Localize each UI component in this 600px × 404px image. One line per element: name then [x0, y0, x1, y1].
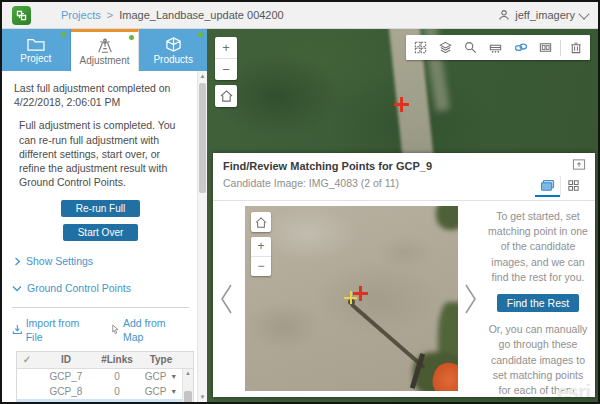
gcp-table-header: ✓ ID #Links Type — [17, 352, 193, 369]
panel-scrollbar[interactable]: ▲ ▼ — [197, 71, 207, 402]
search-button[interactable] — [458, 35, 483, 60]
single-image-view-button[interactable] — [535, 176, 560, 197]
zoom-out-button[interactable]: − — [215, 59, 237, 80]
map-zoom-controls: + − — [215, 37, 237, 80]
panel-header: Find/Review Matching Points for GCP_9 Ca… — [213, 153, 595, 201]
delete-button[interactable] — [563, 35, 588, 60]
home-icon — [220, 90, 233, 102]
table-row[interactable]: GCP_80 GCP▼ — [17, 384, 193, 399]
toolbar-divider — [560, 40, 561, 56]
import-from-file-link[interactable]: Import from File — [12, 316, 97, 344]
instructions-column: To get started, set matching point in on… — [486, 209, 590, 397]
gcp-table-button[interactable] — [483, 35, 508, 60]
tab-adjustment-label: Adjustment — [79, 55, 129, 66]
cell-type: GCP — [145, 385, 167, 399]
pole-shadow — [351, 303, 426, 369]
cell-type: GCP — [145, 400, 167, 402]
section-divider — [12, 307, 189, 308]
header-id: ID — [37, 353, 95, 367]
left-panel: Project Adjustment Products Last full ad… — [2, 29, 207, 402]
check-column-icon: ✓ — [17, 353, 37, 367]
scroll-up-icon[interactable]: ▲ — [183, 369, 193, 377]
type-dropdown-caret[interactable]: ▼ — [170, 387, 177, 396]
show-settings-toggle[interactable]: Show Settings — [14, 254, 189, 268]
header-links: #Links — [95, 353, 139, 367]
image-home-button[interactable] — [251, 212, 271, 232]
ground-control-points-toggle[interactable]: Ground Control Points — [12, 281, 189, 295]
scroll-up-icon[interactable]: ▲ — [198, 72, 207, 80]
esri-watermark: esri — [557, 380, 590, 397]
app-window: Projects > Image_Landbase_update 004200 … — [0, 0, 600, 404]
image-collection-button[interactable] — [408, 35, 433, 60]
zoom-in-button[interactable]: + — [215, 37, 237, 58]
breadcrumb-separator: > — [107, 9, 113, 21]
image-viewer-button[interactable] — [533, 35, 558, 60]
user-menu[interactable]: jeff_imagery — [498, 9, 588, 21]
adjustment-description-text: Full adjustment is completed. You can re… — [19, 118, 183, 189]
header-type: Type — [139, 353, 183, 367]
matching-points-panel: Find/Review Matching Points for GCP_9 Ca… — [213, 153, 595, 397]
grid-view-button[interactable] — [560, 176, 585, 197]
cell-links: 0 — [95, 370, 139, 384]
cell-links: 4 — [95, 400, 139, 402]
instruction-start-text: To get started, set matching point in on… — [486, 209, 590, 285]
vegetation — [436, 206, 458, 230]
zoom-in-button[interactable]: + — [251, 237, 271, 256]
breadcrumb: Projects > Image_Landbase_update 004200 — [61, 9, 284, 21]
scroll-thumb[interactable] — [184, 391, 192, 402]
user-icon — [498, 9, 510, 21]
tab-project[interactable]: Project — [2, 29, 71, 71]
add-from-map-link[interactable]: Add from Map — [111, 316, 187, 344]
cube-icon — [164, 36, 183, 53]
home-extent-button[interactable] — [215, 85, 237, 107]
find-the-rest-button[interactable]: Find the Rest — [497, 294, 579, 312]
breadcrumb-projects-link[interactable]: Projects — [61, 9, 101, 21]
map-toolbar — [406, 35, 590, 60]
candidate-image-label: Candidate Image: IMG_4083 (2 of 11) — [223, 177, 585, 189]
add-from-map-label: Add from Map — [123, 316, 187, 344]
start-over-button[interactable]: Start Over — [63, 224, 139, 241]
view-toggle — [535, 176, 585, 197]
panel-title: Find/Review Matching Points for GCP_9 — [223, 160, 585, 172]
status-dot-icon — [198, 32, 203, 37]
status-dot-icon — [61, 32, 66, 37]
table-scrollbar[interactable]: ▲ ▼ — [182, 369, 193, 402]
cell-links: 0 — [95, 385, 139, 399]
dock-panel-button[interactable] — [572, 158, 586, 171]
candidate-image-viewer[interactable]: + − — [245, 206, 458, 391]
cell-type: GCP — [145, 370, 167, 384]
ground-control-points-label: Ground Control Points — [27, 281, 131, 295]
adjustment-status-text: Last full adjustment completed on 4/22/2… — [14, 81, 189, 109]
project-title: Image_Landbase_update 004200 — [119, 9, 284, 21]
table-row[interactable]: GCP_70 GCP▼ — [17, 369, 193, 384]
import-from-file-label: Import from File — [26, 316, 97, 344]
tab-strip: Project Adjustment Products — [2, 29, 207, 71]
survey-adjustment-icon — [95, 37, 115, 54]
zoom-out-button[interactable]: − — [251, 257, 271, 276]
map-view[interactable]: + − — [207, 29, 598, 402]
panel-body: + − To get started, set matching point i… — [213, 201, 595, 397]
matching-links-button-active[interactable] — [508, 35, 533, 60]
scroll-down-icon[interactable]: ▼ — [198, 393, 207, 401]
folder-icon — [26, 36, 46, 52]
type-dropdown-caret[interactable]: ▼ — [170, 372, 177, 381]
tab-products[interactable]: Products — [139, 29, 207, 71]
chevron-right-icon — [14, 257, 21, 266]
import-icon — [12, 324, 23, 335]
gcp-table: ✓ ID #Links Type GCP_70 GCP▼ GCP_80 GCP▼ — [16, 351, 194, 402]
chevron-down-icon — [578, 8, 589, 19]
scroll-thumb[interactable] — [199, 83, 206, 193]
show-settings-label: Show Settings — [26, 254, 93, 268]
tab-adjustment[interactable]: Adjustment — [71, 29, 140, 71]
gcp-marker-red-cross[interactable] — [394, 97, 409, 112]
next-image-button[interactable] — [463, 282, 479, 316]
previous-image-button[interactable] — [218, 282, 234, 316]
table-row-selected[interactable]: GCP_94 GCP▼ — [17, 399, 193, 402]
cursor-icon — [111, 324, 120, 335]
layers-button[interactable] — [433, 35, 458, 60]
top-bar: Projects > Image_Landbase_update 004200 … — [2, 2, 598, 29]
gcp-marker-red-cross[interactable] — [353, 286, 368, 301]
rerun-full-button[interactable]: Re-run Full — [61, 200, 140, 217]
app-logo-icon[interactable] — [12, 6, 31, 25]
chevron-down-icon — [12, 285, 22, 292]
